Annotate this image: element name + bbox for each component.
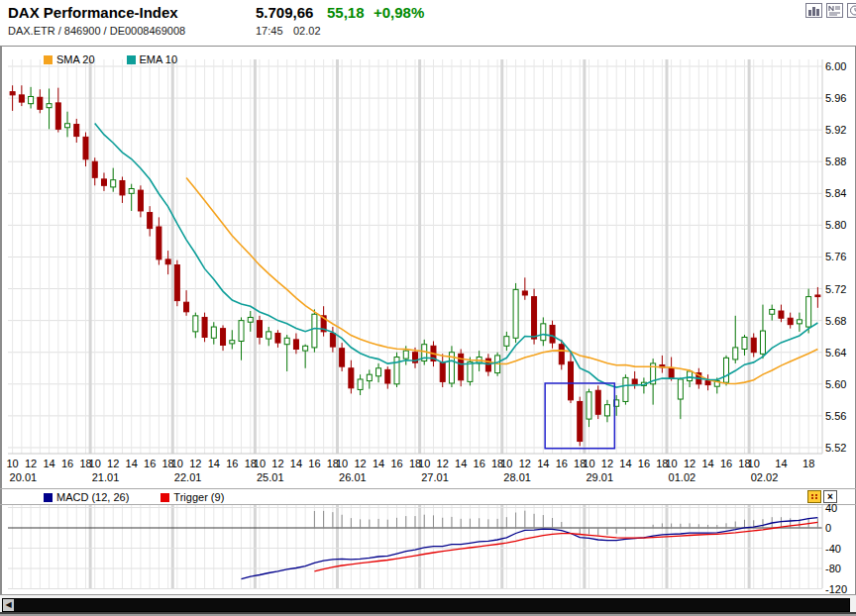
- clock-icon: [849, 5, 856, 16]
- main-chart-legend: SMA 20 EMA 10: [44, 53, 205, 65]
- svg-text:16: 16: [720, 458, 732, 469]
- sma-legend-label: SMA 20: [56, 53, 95, 65]
- svg-text:5.92: 5.92: [825, 124, 846, 136]
- svg-text:40: 40: [825, 502, 837, 514]
- svg-text:10: 10: [748, 458, 760, 469]
- price-chart[interactable]: 6.005.965.925.885.845.805.765.725.685.64…: [0, 46, 856, 596]
- svg-text:5.76: 5.76: [825, 251, 846, 262]
- svg-text:14: 14: [775, 458, 787, 469]
- svg-text:21.01: 21.01: [92, 471, 120, 483]
- svg-text:14: 14: [455, 458, 467, 469]
- svg-text:5.84: 5.84: [825, 187, 846, 199]
- svg-text:12: 12: [437, 458, 449, 469]
- quote-date: 02.02: [293, 25, 321, 37]
- svg-text:18: 18: [802, 458, 814, 469]
- ema-legend-label: EMA 10: [140, 53, 178, 65]
- svg-text:12: 12: [519, 458, 531, 469]
- svg-text:16: 16: [308, 458, 320, 469]
- svg-text:12: 12: [25, 458, 37, 469]
- svg-text:14: 14: [619, 458, 631, 469]
- svg-text:14: 14: [126, 458, 138, 469]
- bar-chart-icon: [807, 5, 820, 16]
- svg-text:12: 12: [354, 458, 366, 469]
- instrument-title: DAX Performance-Index: [8, 4, 178, 21]
- svg-text:16: 16: [61, 458, 73, 469]
- svg-text:12: 12: [601, 458, 613, 469]
- svg-text:16: 16: [144, 458, 156, 469]
- svg-text:28.01: 28.01: [503, 471, 531, 483]
- legend-item-ema: EMA 10: [127, 53, 178, 65]
- svg-text:16: 16: [390, 458, 402, 469]
- svg-text:-40: -40: [825, 543, 841, 555]
- svg-text:27.01: 27.01: [421, 471, 449, 483]
- legend-item-trigger: Trigger (9): [160, 491, 224, 503]
- svg-text:14: 14: [537, 458, 549, 469]
- svg-text:5.88: 5.88: [825, 155, 846, 167]
- instrument-codes: DAX.ETR / 846900 / DE0008469008: [8, 25, 185, 37]
- svg-text:14: 14: [290, 458, 302, 469]
- svg-text:0: 0: [825, 522, 831, 534]
- macd-swatch: [44, 493, 53, 502]
- svg-text:10: 10: [89, 458, 101, 469]
- bottom-edge: [0, 612, 856, 616]
- svg-text:10: 10: [171, 458, 183, 469]
- svg-text:10: 10: [254, 458, 266, 469]
- chart-type-button[interactable]: [805, 3, 822, 18]
- svg-text:01.02: 01.02: [669, 471, 696, 483]
- svg-text:5.60: 5.60: [825, 378, 846, 390]
- svg-text:29.01: 29.01: [586, 471, 613, 483]
- svg-text:14: 14: [208, 458, 220, 469]
- svg-text:6.00: 6.00: [825, 60, 846, 72]
- close-icon: ×: [827, 492, 833, 502]
- news-button[interactable]: [826, 3, 843, 18]
- svg-text:14: 14: [701, 458, 713, 469]
- settings-dots-icon: [811, 494, 818, 499]
- svg-text:5.56: 5.56: [825, 410, 846, 422]
- clock-button[interactable]: [847, 3, 856, 18]
- svg-text:02.02: 02.02: [751, 471, 779, 483]
- ema-swatch: [127, 55, 136, 64]
- last-price: 5.709,66: [256, 4, 313, 21]
- trigger-legend-label: Trigger (9): [173, 491, 224, 503]
- trigger-swatch: [160, 493, 169, 502]
- svg-text:22.01: 22.01: [174, 471, 202, 483]
- legend-item-sma: SMA 20: [44, 53, 95, 65]
- svg-text:16: 16: [556, 458, 568, 469]
- svg-text:-120: -120: [825, 583, 847, 595]
- scrollbar-left-arrow[interactable]: ◀: [3, 599, 14, 611]
- svg-text:16: 16: [226, 458, 238, 469]
- svg-text:12: 12: [271, 458, 283, 469]
- svg-text:10: 10: [500, 458, 512, 469]
- svg-text:16: 16: [638, 458, 650, 469]
- svg-text:5.52: 5.52: [825, 442, 846, 454]
- svg-text:10: 10: [665, 458, 677, 469]
- macd-legend-label: MACD (12, 26): [56, 491, 129, 503]
- macd-settings-button[interactable]: [807, 490, 821, 503]
- news-icon: [828, 5, 841, 16]
- svg-text:5.80: 5.80: [825, 219, 846, 231]
- svg-text:5.96: 5.96: [825, 92, 846, 104]
- legend-item-macd: MACD (12, 26): [44, 491, 129, 503]
- svg-text:5.68: 5.68: [825, 315, 846, 327]
- scrollbar-thumb[interactable]: ◀: [2, 598, 850, 612]
- svg-text:12: 12: [107, 458, 119, 469]
- svg-text:14: 14: [43, 458, 54, 469]
- svg-text:16: 16: [474, 458, 485, 469]
- svg-text:10: 10: [418, 458, 430, 469]
- svg-text:10: 10: [6, 458, 18, 469]
- svg-text:-80: -80: [825, 563, 841, 574]
- macd-close-button[interactable]: ×: [823, 490, 837, 503]
- macd-legend: MACD (12, 26) Trigger (9): [44, 491, 252, 503]
- price-change-percent: +0,98%: [374, 4, 424, 21]
- svg-text:5.64: 5.64: [825, 347, 846, 359]
- svg-text:5.72: 5.72: [825, 283, 846, 295]
- price-change: 55,18: [327, 4, 365, 21]
- quote-time: 17:45: [256, 25, 283, 37]
- svg-text:25.01: 25.01: [257, 471, 284, 483]
- svg-text:10: 10: [336, 458, 348, 469]
- svg-text:26.01: 26.01: [339, 471, 367, 483]
- time-scrollbar[interactable]: ◀: [0, 594, 856, 613]
- svg-text:20.01: 20.01: [10, 471, 38, 483]
- svg-text:10: 10: [583, 458, 594, 469]
- svg-text:12: 12: [189, 458, 201, 469]
